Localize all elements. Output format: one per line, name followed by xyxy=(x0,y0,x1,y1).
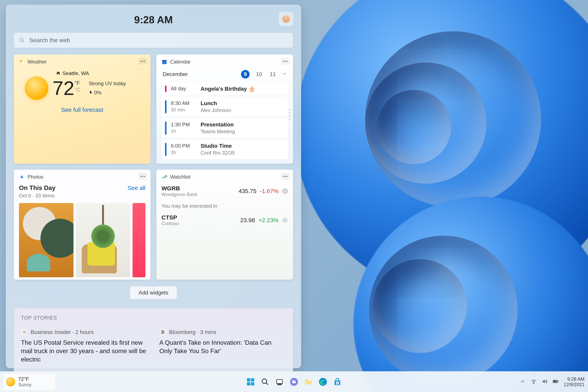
location-icon xyxy=(56,70,61,76)
start-button[interactable] xyxy=(245,376,256,387)
story-source: Business Insider · 2 hours xyxy=(31,329,94,335)
stock-price: 435.75 xyxy=(239,188,256,194)
watchlist-more-button[interactable] xyxy=(281,173,290,180)
calendar-more-button[interactable] xyxy=(281,58,290,65)
photos-icon xyxy=(19,174,25,180)
event-color-bar xyxy=(165,100,167,113)
chat-button[interactable] xyxy=(289,376,299,387)
svg-rect-21 xyxy=(336,382,337,382)
svg-rect-22 xyxy=(338,382,339,382)
event-time: 1:30 PM xyxy=(171,122,196,128)
search-icon xyxy=(19,37,25,43)
watchlist-widget[interactable]: Watchlist WGRB Woodgrove Bank 435.75 -1.… xyxy=(156,170,293,280)
chevron-up-icon[interactable] xyxy=(520,378,526,385)
event-subtitle: Teams Meeting xyxy=(201,128,235,135)
calendar-event[interactable]: 6:00 PM3h Studio TimeConf Rm 32/35 xyxy=(162,139,288,160)
svg-rect-27 xyxy=(558,381,558,382)
weather-widget[interactable]: Weather Seattle, WA 72 °F °C xyxy=(14,54,151,164)
sun-icon xyxy=(25,76,48,100)
chevron-down-icon[interactable] xyxy=(282,71,287,78)
search-input[interactable] xyxy=(29,37,288,44)
check-icon[interactable]: ✓ xyxy=(282,188,288,194)
photo-thumbnail[interactable] xyxy=(133,203,145,277)
svg-rect-20 xyxy=(334,380,340,385)
stock-name: Woodgrove Bank xyxy=(162,192,197,197)
weather-location: Seattle, WA xyxy=(62,70,89,76)
event-duration: 1h xyxy=(171,128,196,134)
news-story[interactable]: B Bloomberg · 3 mins A Quant's Take on I… xyxy=(159,329,286,364)
svg-rect-9 xyxy=(247,382,250,385)
calendar-widget[interactable]: Calendar December 9 10 11 All day Angela… xyxy=(156,54,293,164)
stock-symbol: CTSP xyxy=(162,214,179,221)
svg-rect-23 xyxy=(336,383,337,384)
store-button[interactable] xyxy=(332,376,343,387)
edge-button[interactable] xyxy=(317,376,328,387)
unit-f[interactable]: °F xyxy=(74,80,80,86)
droplet-icon xyxy=(89,90,93,96)
svg-rect-8 xyxy=(251,378,254,382)
svg-rect-13 xyxy=(277,380,282,384)
event-title: Studio Time xyxy=(201,143,235,149)
svg-point-17 xyxy=(295,380,296,382)
task-view-button[interactable] xyxy=(274,376,285,387)
svg-rect-18 xyxy=(305,381,312,384)
stock-row[interactable]: WGRB Woodgrove Bank 435.75 -1.67% ✓ xyxy=(162,185,288,197)
svg-point-25 xyxy=(533,383,534,384)
event-duration: 3h xyxy=(171,150,196,155)
stock-row[interactable]: CTSP Contoso 23.98 +2.23% ＋ xyxy=(162,214,288,226)
taskbar-weather-cond: Sunny xyxy=(18,382,32,388)
event-subtitle: Alex Johnson xyxy=(201,107,231,113)
unit-c[interactable]: °C xyxy=(74,86,80,93)
widget-title: Calendar xyxy=(170,59,191,65)
stock-symbol: WGRB xyxy=(162,185,197,192)
stock-price: 23.98 xyxy=(240,217,255,224)
taskbar-clock[interactable]: 9:28 AM 12/9/2021 xyxy=(563,376,584,387)
search-button[interactable] xyxy=(260,376,271,387)
calendar-event[interactable]: All day Angela's Birthday 🎂 xyxy=(162,82,288,96)
stocks-icon xyxy=(162,174,167,180)
photo-thumbnail[interactable] xyxy=(76,203,130,277)
tray-date: 12/9/2021 xyxy=(563,382,584,387)
event-title: Angela's Birthday 🎂 xyxy=(201,86,255,92)
weather-temp: 72 xyxy=(53,78,74,98)
wifi-icon[interactable] xyxy=(531,378,536,385)
watchlist-suggest: You may be interested in xyxy=(162,203,288,209)
taskbar-weather[interactable]: 72°F Sunny xyxy=(3,374,56,390)
svg-point-6 xyxy=(21,176,23,177)
tray-time: 9:28 AM xyxy=(563,376,584,382)
svg-line-1 xyxy=(23,41,24,42)
calendar-day[interactable]: 11 xyxy=(268,70,277,78)
svg-rect-24 xyxy=(338,383,339,384)
calendar-event[interactable]: 8:30 AM30 min LunchAlex Johnson xyxy=(162,97,288,117)
forecast-link[interactable]: See full forecast xyxy=(19,106,145,113)
photo-thumbnail[interactable] xyxy=(19,203,74,277)
svg-point-3 xyxy=(21,61,25,63)
news-story[interactable]: BI Business Insider · 2 hours The US Pos… xyxy=(21,329,148,364)
sun-icon xyxy=(6,377,15,386)
event-color-bar xyxy=(165,86,167,92)
profile-avatar[interactable] xyxy=(279,12,293,26)
svg-rect-7 xyxy=(247,378,250,382)
calendar-day[interactable]: 10 xyxy=(255,70,263,78)
weather-headline: Strong UV today xyxy=(89,80,126,86)
see-all-link[interactable]: See all xyxy=(128,185,145,191)
event-color-bar xyxy=(165,143,167,156)
calendar-event[interactable]: 1:30 PM1h PresentationTeams Meeting xyxy=(162,118,288,138)
event-title: Lunch xyxy=(201,100,231,106)
battery-icon[interactable] xyxy=(553,378,558,385)
event-time: 8:30 AM xyxy=(171,100,196,106)
top-stories-label: TOP STORIES xyxy=(21,315,286,321)
add-widgets-button[interactable]: Add widgets xyxy=(130,286,177,299)
search-bar[interactable] xyxy=(14,33,293,48)
add-icon[interactable]: ＋ xyxy=(282,217,288,223)
photos-heading: On This Day xyxy=(19,184,56,192)
svg-rect-5 xyxy=(162,60,167,61)
photos-widget[interactable]: Photos On This Day Oct 6 · 33 items See … xyxy=(14,170,151,280)
calendar-day-selected[interactable]: 9 xyxy=(241,70,250,78)
weather-more-button[interactable] xyxy=(138,58,147,65)
svg-rect-28 xyxy=(553,381,556,382)
file-explorer-button[interactable] xyxy=(303,376,314,387)
svg-point-0 xyxy=(20,38,23,42)
photos-more-button[interactable] xyxy=(138,173,147,180)
volume-icon[interactable] xyxy=(542,378,547,385)
